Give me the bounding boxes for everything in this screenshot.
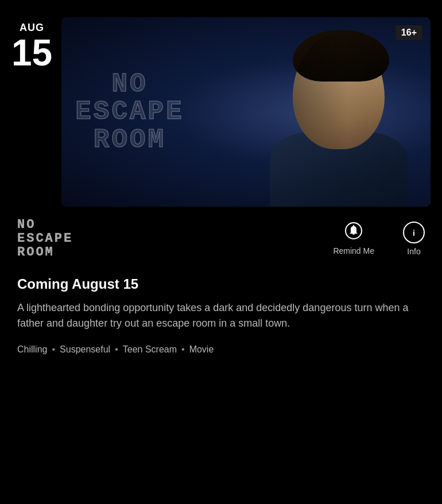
svg-rect-3 [413,230,414,231]
svg-rect-2 [413,231,414,236]
separator-1: • [52,344,55,355]
remind-me-button[interactable]: Remind Me [333,222,374,255]
bell-icon [345,222,362,243]
info-button[interactable]: Info [403,222,425,256]
separator-2: • [115,344,118,355]
tag-chilling: Chilling [17,344,47,355]
age-rating-badge: 16+ [396,25,422,40]
top-row: AUG 15 NO ESCAPE ROOM 16+ [11,17,431,207]
info-section: NO ESCAPE ROOM Remind Me [11,207,431,355]
svg-rect-1 [353,225,354,227]
separator-3: • [181,344,185,355]
tags-row: Chilling • Suspenseful • Teen Scream • M… [17,344,425,355]
date-day: 15 [11,34,52,71]
title-actions-row: NO ESCAPE ROOM Remind Me [17,218,425,260]
remind-me-label: Remind Me [333,246,374,255]
tag-movie: Movie [189,344,214,355]
info-label: Info [407,247,420,256]
tag-suspenseful: Suspenseful [60,344,110,355]
show-logo-text: NO ESCAPE ROOM [17,218,98,260]
show-description: A lighthearted bonding opportunity takes… [17,300,425,332]
coming-date: Coming August 15 [17,276,425,292]
date-block: AUG 15 [11,17,52,71]
actions-row: Remind Me Info [333,222,425,256]
page-container: AUG 15 NO ESCAPE ROOM 16+ [0,0,442,504]
movie-title: NO ESCAPE ROOM [75,71,184,154]
movie-title-overlay: NO ESCAPE ROOM [75,71,184,154]
info-icon [403,222,425,243]
show-logo: NO ESCAPE ROOM [17,218,98,260]
tag-teen-scream: Teen Scream [123,344,177,355]
movie-thumbnail: NO ESCAPE ROOM 16+ [61,17,431,207]
